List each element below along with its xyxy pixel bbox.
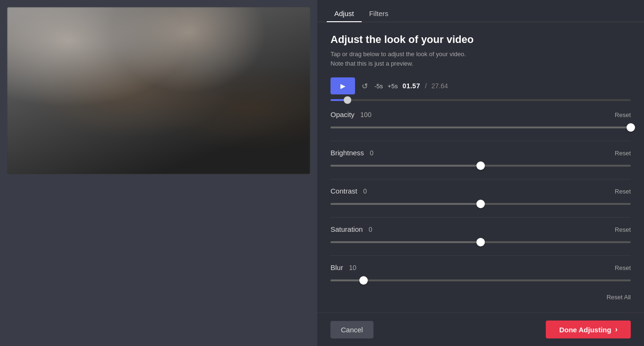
contrast-label: Contrast [330,187,357,195]
blur-row: Blur 10 Reset [330,263,631,285]
skip-forward-button[interactable]: +5s [388,83,398,90]
rewind-button[interactable]: ↺ [360,80,370,93]
video-panel [0,0,317,346]
saturation-value: 0 [369,226,373,233]
done-label: Done Adjusting [559,326,611,334]
tabs-bar: Adjust Filters [317,0,644,22]
current-time: 01.57 [402,82,420,90]
reset-all-button[interactable]: Reset All [607,294,631,301]
divider-2 [330,179,631,179]
divider-3 [330,217,631,218]
brightness-slider[interactable] [330,161,631,170]
scrubber-container[interactable] [330,99,631,101]
video-preview [7,7,310,174]
total-time: 27.64 [432,82,448,90]
contrast-thumb[interactable] [476,200,485,208]
blur-value: 10 [349,264,356,271]
saturation-slider[interactable] [330,237,631,247]
contrast-row: Contrast 0 Reset [330,187,631,209]
page-title: Adjust the look of your video [330,34,631,46]
saturation-label: Saturation [330,225,363,233]
tab-adjust[interactable]: Adjust [327,6,362,22]
opacity-value: 100 [360,111,371,118]
cancel-button[interactable]: Cancel [330,321,373,338]
tab-filters[interactable]: Filters [362,6,396,22]
brightness-reset-button[interactable]: Reset [615,150,631,157]
blur-reset-button[interactable]: Reset [615,264,631,271]
divider-1 [330,141,631,141]
video-controls-row: ▶ ↺ -5s +5s 01.57 / 27.64 [330,77,631,94]
play-button[interactable]: ▶ [330,77,355,94]
blur-label: Blur [330,263,343,271]
contrast-reset-button[interactable]: Reset [615,188,631,195]
opacity-row: Opacity 100 Reset [330,110,631,132]
scrubber-thumb[interactable] [344,96,351,104]
divider-4 [330,255,631,256]
time-separator: / [425,82,427,90]
content-area: Adjust the look of your video Tap or dra… [317,22,644,312]
brightness-label: Brightness [330,149,364,157]
blur-slider[interactable] [330,276,631,285]
brightness-row: Brightness 0 Reset [330,149,631,170]
rewind-icon: ↺ [362,82,368,91]
scrubber-bar[interactable] [330,99,631,101]
done-button[interactable]: Done Adjusting › [546,321,631,338]
blur-thumb[interactable] [359,276,368,285]
video-frame [7,7,310,174]
opacity-label: Opacity [330,110,355,118]
opacity-slider[interactable] [330,123,631,132]
skip-back-button[interactable]: -5s [374,83,383,90]
contrast-slider[interactable] [330,199,631,209]
reset-all-row: Reset All [330,294,631,301]
opacity-thumb[interactable] [627,123,635,132]
saturation-row: Saturation 0 Reset [330,225,631,247]
opacity-reset-button[interactable]: Reset [615,111,631,118]
saturation-reset-button[interactable]: Reset [615,226,631,233]
footer-buttons: Cancel Done Adjusting › [317,312,644,346]
play-icon: ▶ [340,82,346,90]
page-subtitle: Tap or drag below to adjust the look of … [330,50,631,68]
brightness-value: 0 [370,149,373,157]
chevron-right-icon: › [615,325,618,334]
saturation-thumb[interactable] [476,238,485,246]
brightness-thumb[interactable] [476,161,485,170]
controls-panel: Adjust Filters Adjust the look of your v… [317,0,644,346]
contrast-value: 0 [363,187,367,195]
